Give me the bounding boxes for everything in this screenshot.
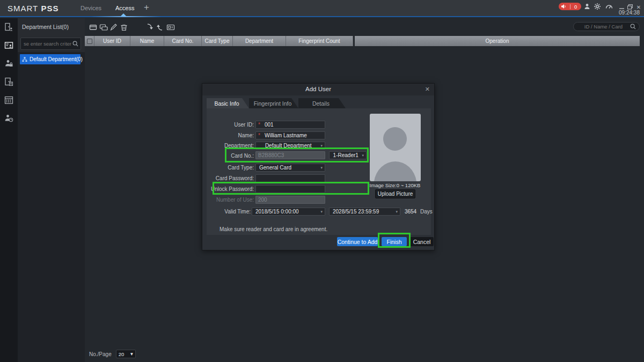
- door-log-icon[interactable]: [4, 77, 13, 86]
- page-size-label: No./Page: [89, 351, 112, 357]
- user-photo-placeholder: [370, 114, 421, 181]
- add-user-icon[interactable]: [88, 22, 98, 32]
- tab-details[interactable]: Details: [298, 98, 346, 108]
- name-input[interactable]: [255, 131, 325, 139]
- dialog-close-icon[interactable]: ✕: [425, 86, 430, 93]
- speaker-icon: [561, 4, 566, 9]
- column-header-name: Name: [130, 36, 164, 46]
- valid-time-label: Valid Time:: [203, 208, 251, 216]
- alarm-count: 0: [574, 4, 579, 10]
- card-password-input[interactable]: [255, 174, 325, 182]
- card-type-select[interactable]: General Card ▾: [255, 164, 325, 172]
- active-tab-underline: [91, 16, 161, 17]
- user-permission-icon[interactable]: [4, 59, 13, 68]
- user-table-header: User ID Name Card No. Card Type Departme…: [85, 36, 640, 46]
- import-icon[interactable]: [145, 22, 155, 32]
- left-icon-rail: [0, 18, 18, 362]
- department-item-default[interactable]: Default Department(0): [20, 54, 80, 64]
- search-icon[interactable]: [630, 24, 636, 29]
- batch-add-icon[interactable]: [98, 22, 108, 32]
- department-search-input[interactable]: [21, 41, 72, 47]
- column-header-card-type: Card Type: [202, 36, 233, 46]
- required-marker: *: [258, 132, 260, 138]
- number-of-use-label: Number of Use:: [207, 196, 254, 204]
- alarm-badge[interactable]: 0: [559, 3, 581, 10]
- chevron-down-icon: ▾: [320, 144, 325, 147]
- column-header-department: Department: [233, 36, 286, 46]
- page-size-value: 20: [119, 351, 125, 357]
- number-of-use-input: [255, 196, 325, 204]
- active-tab-caret-icon: [121, 13, 126, 16]
- valid-days-unit: Days: [420, 208, 433, 216]
- gear-icon[interactable]: [594, 3, 601, 10]
- department-item-label: Default Department(0): [30, 56, 83, 62]
- app-logo: SMART PSS: [8, 4, 58, 13]
- column-header-fingerprint-count: Fingerprint Count: [286, 36, 353, 46]
- department-search-box: [20, 38, 81, 50]
- image-size-hint: Image Size:0 ~ 120KB: [363, 182, 427, 188]
- valid-time-end-value: 2028/5/15 23:59:59: [330, 209, 396, 215]
- column-header-card-no: Card No.: [164, 36, 202, 46]
- dialog-titlebar: Add User ✕: [202, 84, 434, 95]
- tab-access[interactable]: Access: [115, 5, 134, 11]
- valid-time-start-select[interactable]: 2018/5/15 0:00:00 ▾: [252, 208, 325, 216]
- edit-icon[interactable]: [108, 22, 119, 32]
- chevron-down-icon: ▾: [320, 210, 325, 213]
- id-name-card-search-box: [573, 22, 640, 31]
- access-console-icon[interactable]: [4, 23, 13, 32]
- new-tab-button[interactable]: +: [144, 2, 149, 13]
- highlight-box-unlock-password: [213, 182, 369, 195]
- valid-time-end-select[interactable]: 2028/5/15 23:59:59 ▾: [329, 208, 400, 216]
- dialog-title: Add User: [202, 86, 434, 92]
- add-user-dialog: Add User ✕ Basic Info Fingerprint Info D…: [202, 83, 435, 250]
- tab-devices[interactable]: Devices: [80, 5, 101, 11]
- org-tree-icon: [22, 57, 27, 62]
- department-panel: Department List(0) Default Department(0): [18, 18, 85, 362]
- user-id-label: User ID:: [207, 121, 254, 129]
- reader-agreement-note: Make sure reader and card are in agreeme…: [219, 226, 327, 232]
- export-icon[interactable]: [155, 22, 165, 32]
- dialog-tabs: Basic Info Fingerprint Info Details: [207, 98, 346, 108]
- highlight-box-finish-button: [378, 233, 411, 248]
- column-header-operation: Operation: [355, 36, 640, 46]
- tab-fingerprint-info[interactable]: Fingerprint Info: [249, 98, 298, 108]
- name-label: Name:: [207, 131, 254, 140]
- card-type-label: Card Type:: [207, 164, 254, 172]
- clock: 09:24:38: [619, 10, 640, 16]
- user-icon[interactable]: [583, 3, 591, 10]
- select-all-cell: [85, 36, 94, 46]
- select-all-checkbox[interactable]: [87, 39, 92, 44]
- column-header-user-id: User ID: [94, 36, 130, 46]
- chevron-down-icon: ▾: [320, 166, 325, 169]
- user-schedule-icon[interactable]: [4, 114, 13, 123]
- chevron-down-icon: ▾: [396, 210, 400, 213]
- badge-divider: [570, 4, 570, 9]
- basic-info-panel: User ID: * Name: * Department: Default D…: [207, 108, 431, 235]
- id-name-card-search-input[interactable]: [577, 24, 630, 29]
- toolbar: [88, 22, 175, 32]
- valid-days-value: 3654: [403, 208, 418, 216]
- dashboard-gauge-icon[interactable]: [605, 3, 613, 10]
- department-tree: Default Department(0): [18, 52, 85, 362]
- department-list-title: Department List(0): [22, 24, 69, 30]
- delete-icon[interactable]: [119, 22, 129, 32]
- search-icon[interactable]: [72, 41, 80, 47]
- continue-to-add-button[interactable]: Continue to Add: [337, 237, 378, 246]
- upload-picture-button[interactable]: Upload Picture: [375, 189, 415, 198]
- tab-basic-info[interactable]: Basic Info: [207, 98, 249, 108]
- card-issuer-icon[interactable]: [165, 22, 175, 32]
- user-card-icon[interactable]: [4, 41, 13, 50]
- cancel-button[interactable]: Cancel: [410, 237, 434, 246]
- pagination-bar: No./Page 20 ▾: [89, 350, 136, 358]
- card-type-select-value: General Card: [256, 165, 320, 171]
- user-id-input[interactable]: [255, 121, 325, 129]
- required-marker: *: [258, 122, 260, 128]
- calendar-icon[interactable]: [4, 95, 13, 105]
- valid-time-start-value: 2018/5/15 0:00:00: [252, 209, 320, 215]
- highlight-box-card-no: [225, 147, 369, 162]
- page-size-select[interactable]: 20 ▾: [116, 350, 136, 358]
- top-navbar: SMART PSS Devices Access + 0 ✕ 09:24:38: [0, 0, 644, 17]
- chevron-down-icon: ▾: [130, 351, 133, 357]
